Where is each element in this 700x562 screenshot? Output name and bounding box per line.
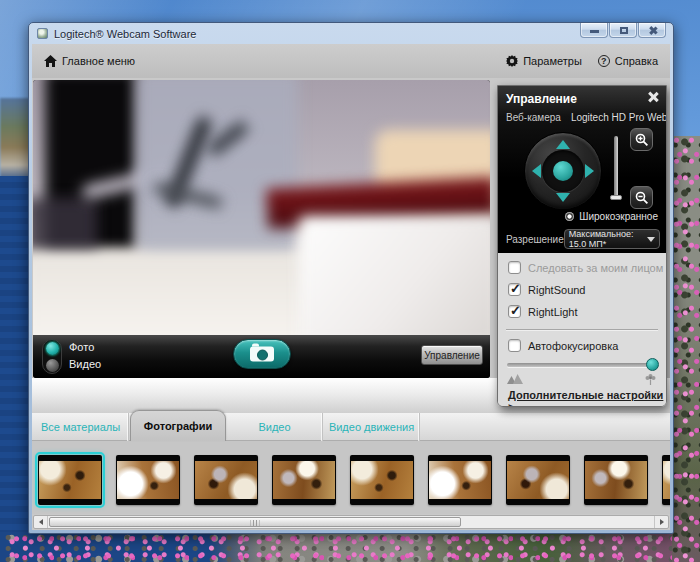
webcam-name: Logitech HD Pro Webcam C920 [571, 112, 666, 123]
scrollbar-thumb[interactable] [49, 517, 461, 527]
minimize-icon [590, 30, 599, 33]
wallpaper-water [0, 176, 30, 562]
focus-slider[interactable] [507, 363, 657, 367]
thumbnail-7[interactable] [584, 455, 648, 505]
tab-1[interactable]: Фотографии [130, 410, 226, 441]
controls-panel-dark-section: Управление Веб-камераLogitech HD Pro Web… [498, 86, 666, 253]
resolution-value: Максимальное: 15.0 МП* [569, 229, 647, 249]
thumbnail-photo [273, 461, 335, 499]
main-menu-label: Главное меню [62, 55, 135, 67]
checkbox-icon[interactable] [508, 339, 521, 352]
thumbnail-0[interactable] [38, 455, 102, 505]
tilt-down-arrow-icon[interactable] [556, 193, 570, 202]
gallery-scrollbar[interactable] [33, 515, 669, 529]
rightsound-checkbox[interactable]: RightSound [508, 283, 586, 296]
webcam-label: Веб-камера [506, 112, 561, 123]
close-button[interactable] [638, 23, 666, 38]
help-button[interactable]: ? Справка [598, 55, 658, 67]
webcam-preview: Фото Видео Управление [33, 80, 490, 378]
tab-2[interactable]: Видео [227, 413, 323, 441]
maximize-button[interactable] [609, 23, 637, 38]
pan-right-arrow-icon[interactable] [585, 164, 594, 178]
thumbnail-3[interactable] [272, 455, 336, 505]
magnifier-minus-icon [635, 191, 649, 205]
mountains-far-focus-icon [507, 373, 523, 384]
controls-toggle-button[interactable]: Управление [421, 345, 483, 365]
menu-bar: Главное меню Параметры ? Справка [32, 44, 670, 78]
chevron-down-icon [647, 237, 655, 242]
thumbnail-2[interactable] [194, 455, 258, 505]
app-icon [37, 28, 48, 39]
rightlight-checkbox[interactable]: RightLight [508, 305, 578, 318]
resolution-dropdown[interactable]: Максимальное: 15.0 МП* [564, 229, 660, 249]
titlebar[interactable]: Logitech® Webcam Software [29, 23, 673, 44]
photo-mode-indicator[interactable] [46, 342, 59, 355]
checkbox-icon[interactable] [508, 283, 521, 296]
options-button[interactable]: Параметры [506, 55, 582, 67]
widescreen-icon [565, 212, 574, 221]
pan-left-arrow-icon[interactable] [532, 164, 541, 178]
checkbox-icon[interactable] [508, 305, 521, 318]
checkbox-icon[interactable] [508, 261, 521, 274]
video-mode-label[interactable]: Видео [69, 358, 101, 370]
help-label: Справка [615, 55, 658, 67]
joystick-center[interactable] [553, 161, 573, 181]
webcam-video-feed [33, 80, 490, 335]
wallpaper-shoreline [0, 98, 30, 180]
thumbnail-5[interactable] [428, 455, 492, 505]
home-icon [44, 55, 57, 67]
panel-title: Управление [506, 92, 577, 106]
main-menu-button[interactable]: Главное меню [44, 55, 135, 67]
window-body: Главное меню Параметры ? Справка [32, 44, 670, 530]
divider [506, 329, 658, 330]
scroll-right-arrow[interactable] [654, 516, 668, 528]
thumbnail-1[interactable] [116, 455, 180, 505]
thumbnail-8[interactable] [662, 455, 670, 505]
autofocus-label: Автофокусировка [528, 340, 618, 352]
resolution-label: Разрешение [506, 234, 564, 245]
thumbnail-photo [351, 461, 413, 499]
thumbnail-photo [39, 461, 101, 499]
pan-tilt-joystick[interactable] [524, 132, 602, 210]
zoom-out-button[interactable] [630, 186, 653, 209]
rightsound-label: RightSound [528, 284, 586, 296]
autofocus-checkbox[interactable]: Автофокусировка [508, 339, 618, 352]
tab-0[interactable]: Все материалы [33, 413, 129, 441]
follow-face-checkbox[interactable]: Следовать за моим лицом [508, 261, 663, 274]
gear-icon [506, 55, 518, 67]
zoom-slider-thumb[interactable] [610, 195, 622, 200]
capture-photo-button[interactable] [233, 339, 291, 369]
thumbnail-6[interactable] [506, 455, 570, 505]
desktop: Logitech® Webcam Software Главное меню П… [0, 0, 700, 562]
scrollbar-grip-icon [251, 520, 260, 526]
focus-slider-thumb[interactable] [646, 358, 659, 371]
zoom-in-button[interactable] [630, 128, 653, 151]
window-title: Logitech® Webcam Software [54, 28, 196, 40]
magnifier-plus-icon [635, 133, 649, 147]
thumbnail-photo [117, 461, 179, 499]
thumbnail-photo [429, 461, 491, 499]
rightlight-label: RightLight [528, 306, 578, 318]
help-icon: ? [598, 55, 610, 67]
thumbnail-4[interactable] [350, 455, 414, 505]
thumbnail-photo [195, 461, 257, 499]
options-label: Параметры [523, 55, 582, 67]
tilt-up-arrow-icon[interactable] [556, 140, 570, 149]
tab-3[interactable]: Видео движения [324, 413, 420, 441]
photo-mode-label[interactable]: Фото [69, 341, 94, 353]
follow-face-label: Следовать за моим лицом [528, 262, 663, 274]
widescreen-toggle[interactable]: Широкоэкранное [565, 211, 658, 222]
capture-bar: Фото Видео Управление [33, 335, 490, 378]
app-window: Logitech® Webcam Software Главное меню П… [28, 22, 674, 534]
panel-close-button[interactable] [646, 90, 660, 104]
photo-video-toggle[interactable] [42, 339, 62, 374]
widescreen-label: Широкоэкранное [579, 211, 658, 222]
minimize-button[interactable] [580, 23, 608, 38]
scroll-left-arrow[interactable] [34, 516, 48, 528]
wallpaper-rocks-flowers [0, 532, 700, 562]
video-mode-indicator[interactable] [46, 359, 59, 372]
zoom-slider[interactable] [614, 136, 618, 200]
advanced-settings-link[interactable]: Дополнительные настройки > [508, 389, 666, 407]
wallpaper-flower-hill [672, 136, 700, 562]
thumbnail-photo [507, 461, 569, 499]
